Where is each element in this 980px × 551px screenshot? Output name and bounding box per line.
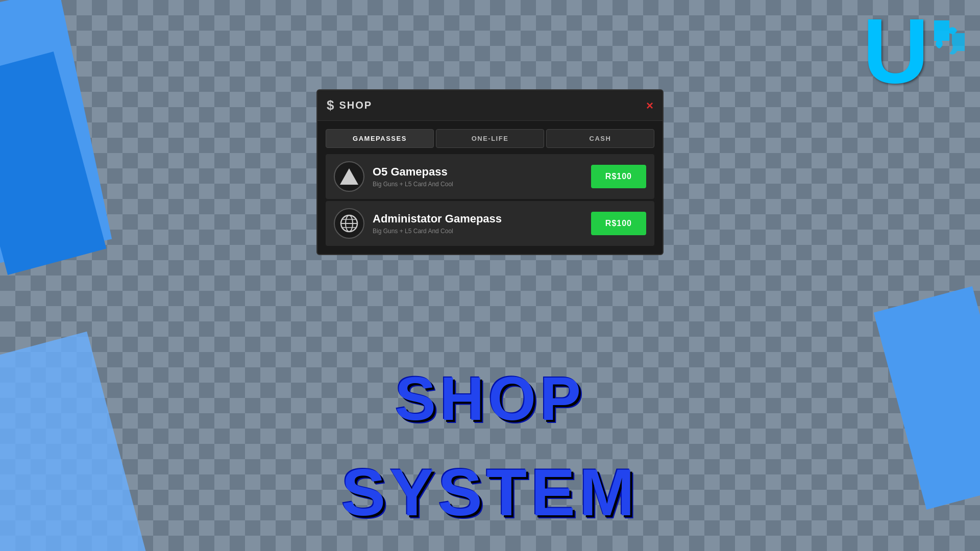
logo-puzzle-icon [929, 15, 970, 56]
logo-area: U [863, 5, 965, 107]
item-info-o5: O5 Gamepass Big Guns + L5 Card And Cool [373, 165, 583, 188]
dialog-title-group: $ SHOP [327, 97, 372, 113]
tab-one-life[interactable]: ONE-LIFE [436, 129, 544, 148]
triangle-icon [340, 168, 358, 185]
item-icon-o5 [334, 161, 364, 192]
globe-icon [339, 213, 359, 234]
shop-item-o5: O5 Gamepass Big Guns + L5 Card And Cool … [326, 154, 654, 199]
items-container: O5 Gamepass Big Guns + L5 Card And Cool … [317, 154, 663, 254]
shop-dialog: $ SHOP × GAMEPASSES ONE-LIFE CASH O5 Gam… [316, 89, 664, 255]
shop-item-admin: Administator Gamepass Big Guns + L5 Card… [326, 201, 654, 246]
dialog-header: $ SHOP × [317, 90, 663, 121]
tabs-row: GAMEPASSES ONE-LIFE CASH [317, 121, 663, 154]
dialog-title: SHOP [339, 99, 372, 111]
item-info-admin: Administator Gamepass Big Guns + L5 Card… [373, 212, 583, 235]
dollar-icon: $ [327, 97, 334, 113]
item-name-admin: Administator Gamepass [373, 212, 583, 226]
item-name-o5: O5 Gamepass [373, 165, 583, 179]
big-text-system: SYSTEM [341, 454, 639, 531]
tab-gamepasses[interactable]: GAMEPASSES [326, 129, 434, 148]
buy-button-admin[interactable]: R$100 [591, 212, 646, 235]
item-desc-o5: Big Guns + L5 Card And Cool [373, 181, 583, 188]
item-desc-admin: Big Guns + L5 Card And Cool [373, 228, 583, 235]
tab-cash[interactable]: CASH [546, 129, 654, 148]
big-text-shop: SHOP [395, 363, 585, 434]
close-button[interactable]: × [646, 99, 653, 112]
buy-button-o5[interactable]: R$100 [591, 165, 646, 188]
item-icon-admin [334, 208, 364, 239]
